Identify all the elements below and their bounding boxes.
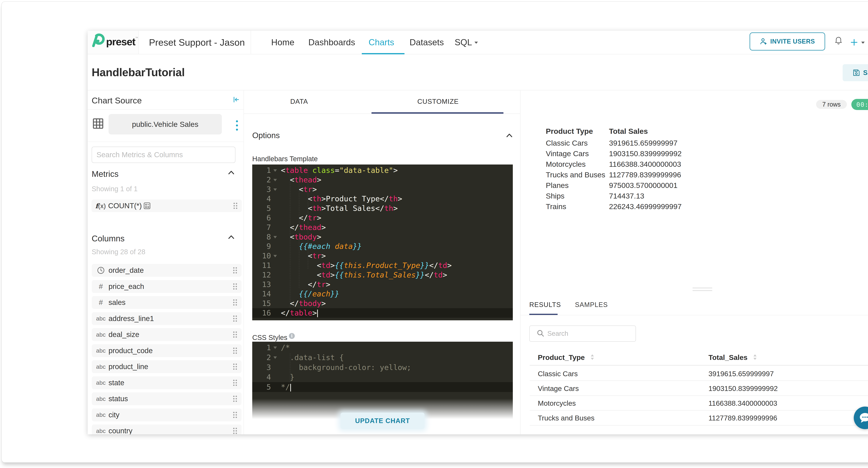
drag-handle-icon[interactable] <box>232 363 238 371</box>
handlebars-code-editor[interactable]: 1<table class="data-table">2 <thead>3 <t… <box>252 164 513 320</box>
fold-arrow-icon[interactable] <box>271 175 278 185</box>
code-line[interactable]: 3 background-color: yellow; <box>252 363 513 372</box>
code-line[interactable]: 4 } <box>252 372 513 382</box>
code-line[interactable]: 13 </tr> <box>252 280 513 289</box>
resize-handle[interactable] <box>692 287 712 288</box>
column-item-state[interactable]: abcstate <box>92 376 242 389</box>
drag-handle-icon[interactable] <box>232 427 238 434</box>
code-line[interactable]: 7 </thead> <box>252 223 513 232</box>
columns-collapse-icon[interactable] <box>228 235 234 239</box>
save-button[interactable]: SAVE <box>843 64 868 81</box>
nav-item-sql[interactable]: SQL <box>455 31 472 54</box>
code-line[interactable]: 10 <tr> <box>252 251 513 261</box>
metrics-collapse-icon[interactable] <box>228 170 234 175</box>
workspace-name[interactable]: Preset Support - Jason <box>149 31 245 54</box>
collapse-panel-icon[interactable] <box>233 97 239 102</box>
results-col-header-total-sales[interactable]: Total_Sales <box>709 353 757 362</box>
tab-customize[interactable]: CUSTOMIZE <box>417 98 459 105</box>
fold-arrow-icon[interactable] <box>271 353 278 363</box>
calculator-icon <box>144 202 151 209</box>
drag-handle-icon[interactable] <box>232 395 238 403</box>
code-line[interactable]: 15 </tbody> <box>252 299 513 308</box>
code-line[interactable]: 16</table> <box>252 308 513 318</box>
column-item-city[interactable]: abccity <box>92 408 242 421</box>
fold-arrow-icon[interactable] <box>271 343 278 353</box>
code-line[interactable]: 6 </tr> <box>252 213 513 223</box>
fold-arrow-icon[interactable] <box>271 251 278 261</box>
line-number: 8 <box>252 232 271 242</box>
code-line[interactable]: 12 <td>{{this.Total_Sales}}</td> <box>252 270 513 280</box>
code-line[interactable]: 11 <td>{{this.Product_Type}}</td> <box>252 261 513 270</box>
column-item-order_date[interactable]: order_date <box>92 264 242 277</box>
metric-item[interactable]: f(x) COUNT(*) <box>92 199 242 212</box>
drag-handle-icon[interactable] <box>232 267 238 274</box>
line-number: 1 <box>252 343 271 353</box>
drag-handle-icon[interactable] <box>232 411 238 419</box>
column-item-product_line[interactable]: abcproduct_line <box>92 360 242 373</box>
metrics-columns-search-input[interactable] <box>92 147 236 163</box>
code-line[interactable]: 9 {{#each data}} <box>252 242 513 251</box>
resize-handle[interactable] <box>692 290 712 291</box>
drag-handle-icon[interactable] <box>233 202 238 210</box>
code-line[interactable]: 3 <tr> <box>252 185 513 194</box>
tab-samples[interactable]: SAMPLES <box>575 301 608 309</box>
code-line[interactable]: 2 <thead> <box>252 175 513 185</box>
code-line[interactable]: 8 <tbody> <box>252 232 513 242</box>
gutter-spacer <box>271 213 278 223</box>
fold-arrow-icon[interactable] <box>271 232 278 242</box>
gutter-spacer <box>271 204 278 213</box>
chat-bubble-icon <box>859 412 868 424</box>
column-item-deal_size[interactable]: abcdeal_size <box>92 328 242 341</box>
drag-handle-icon[interactable] <box>232 331 238 338</box>
column-item-address_line1[interactable]: abcaddress_line1 <box>92 312 242 325</box>
update-chart-button[interactable]: UPDATE CHART <box>341 413 425 429</box>
column-item-country[interactable]: abccountry <box>92 425 242 434</box>
code-line[interactable]: 5 <th>Total Sales</th> <box>252 204 513 213</box>
preset-logo-icon <box>92 32 105 47</box>
column-item-price_each[interactable]: #price_each <box>92 280 242 293</box>
brand-logo[interactable]: preset™ <box>88 31 139 54</box>
line-number: 14 <box>252 289 271 299</box>
line-number: 9 <box>252 242 271 251</box>
info-icon[interactable]: i <box>289 333 295 339</box>
plus-icon[interactable] <box>851 39 858 45</box>
results-search-input[interactable] <box>529 325 636 342</box>
tab-data[interactable]: DATA <box>290 98 308 105</box>
line-number: 2 <box>252 353 271 363</box>
drag-handle-icon[interactable] <box>232 379 238 386</box>
sort-icon[interactable] <box>591 354 594 360</box>
drag-handle-icon[interactable] <box>232 347 238 354</box>
plus-caret-icon[interactable] <box>861 41 865 44</box>
options-collapse-icon[interactable] <box>506 133 512 137</box>
nav-item-datasets[interactable]: Datasets <box>409 31 444 54</box>
bell-icon[interactable] <box>835 36 842 44</box>
fold-arrow-icon[interactable] <box>271 165 278 175</box>
column-item-product_code[interactable]: abcproduct_code <box>92 344 242 357</box>
column-item-sales[interactable]: #sales <box>92 296 242 309</box>
results-col-header-product-type[interactable]: Product_Type <box>538 353 594 362</box>
code-line[interactable]: 4 <th>Product Type</th> <box>252 194 513 204</box>
dataset-menu-icon[interactable] <box>235 120 239 132</box>
code-line[interactable]: 5*/ <box>252 382 513 392</box>
gutter-spacer <box>271 242 278 251</box>
column-item-status[interactable]: abcstatus <box>92 392 242 405</box>
dataset-name[interactable]: public.Vehicle Sales <box>108 114 222 134</box>
sort-icon[interactable] <box>753 354 757 360</box>
code-line[interactable]: 1<table class="data-table"> <box>252 165 513 175</box>
code-line[interactable]: 2 .data-list { <box>252 353 513 363</box>
code-line[interactable]: 1/* <box>252 343 513 353</box>
invite-users-button[interactable]: INVITE USERS <box>750 32 825 51</box>
column-label: status <box>108 392 128 405</box>
drag-handle-icon[interactable] <box>232 299 238 306</box>
columns-showing-count: Showing 28 of 28 <box>92 248 145 256</box>
text-icon: abc <box>96 347 106 354</box>
nav-item-dashboards[interactable]: Dashboards <box>308 31 355 54</box>
nav-item-charts[interactable]: Charts <box>369 31 394 54</box>
drag-handle-icon[interactable] <box>232 283 238 290</box>
code-line[interactable]: 14 {{/each}} <box>252 289 513 299</box>
nav-item-home[interactable]: Home <box>271 31 294 54</box>
fold-arrow-icon[interactable] <box>271 185 278 194</box>
tab-results[interactable]: RESULTS <box>529 301 561 309</box>
chat-widget-button[interactable] <box>854 407 868 429</box>
drag-handle-icon[interactable] <box>232 315 238 322</box>
